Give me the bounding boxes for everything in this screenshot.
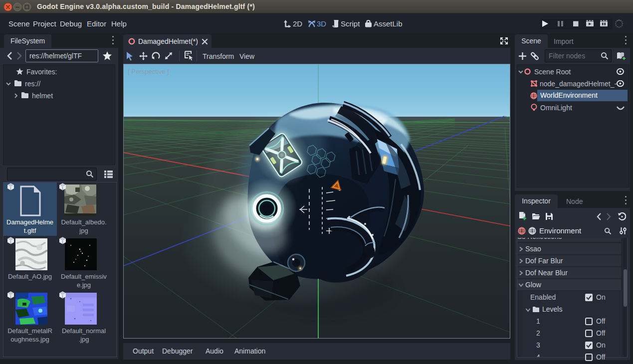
svg-text:[ Perspective ]: [ Perspective ] [128,68,169,75]
